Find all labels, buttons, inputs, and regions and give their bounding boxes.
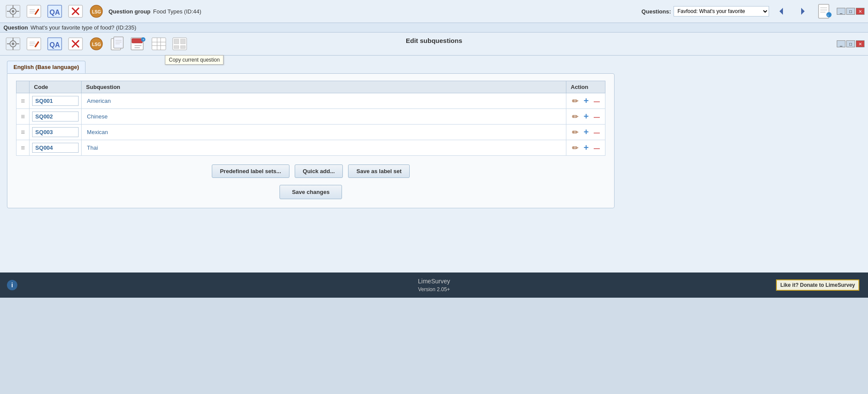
drag-cell-0[interactable]: ≡ (16, 93, 30, 109)
bottom-buttons: Predefined label sets... Quick add... Sa… (16, 164, 605, 178)
donate-box[interactable]: Like it? Donate to LimeSurvey (776, 279, 859, 291)
grid2-icon[interactable] (170, 34, 189, 53)
tab-english[interactable]: English (Base language) (7, 61, 85, 73)
svg-rect-62 (181, 39, 185, 44)
save-changes-button[interactable]: Save changes (279, 185, 342, 199)
close-btn[interactable]: ✕ (856, 8, 865, 15)
edit-row-0-icon[interactable]: ✏ (570, 95, 580, 107)
svg-text:LSG: LSG (92, 10, 101, 14)
code-cell-0 (30, 93, 82, 109)
grid-icon[interactable] (149, 34, 168, 53)
drag-handle-2[interactable]: ≡ (19, 128, 26, 136)
svg-text:LSG: LSG (92, 42, 101, 47)
minimize2-btn[interactable]: _ (837, 40, 845, 47)
qa-icon[interactable]: QA (45, 2, 64, 21)
question-bar: Question What's your favorite type of fo… (0, 23, 868, 33)
restore-btn[interactable]: □ (846, 8, 855, 15)
add-row-3-icon[interactable]: + (582, 142, 591, 154)
edit-row-2-icon[interactable]: ✏ (570, 127, 580, 138)
prev-question-icon[interactable] (772, 2, 791, 21)
question-group-left: QA LSG Question group Food Types (ID:44 (3, 2, 201, 21)
settings2-icon[interactable] (3, 34, 23, 53)
lsg-icon[interactable]: LSG (87, 2, 106, 21)
subq-input-1[interactable] (84, 112, 563, 121)
add-row-2-icon[interactable]: + (582, 126, 591, 138)
code-input-0[interactable] (32, 96, 79, 106)
toolbar2-row: QA LSG (0, 33, 868, 56)
delete-row-1-icon[interactable]: — (592, 113, 601, 121)
question-group-title: Food Types (ID:44) (153, 8, 201, 15)
question-text: What's your favorite type of food? (ID:2… (30, 24, 136, 31)
drag-cell-2[interactable]: ≡ (16, 125, 30, 140)
svg-point-24 (826, 12, 832, 17)
subq-cell-3 (82, 140, 566, 156)
drag-cell-1[interactable]: ≡ (16, 109, 30, 125)
th-code: Code (30, 81, 82, 93)
page-icon[interactable]: i (815, 2, 834, 21)
toolbar1-icons: QA LSG (3, 2, 106, 21)
drag-handle-0[interactable]: ≡ (19, 97, 26, 105)
drag-handle-1[interactable]: ≡ (19, 113, 26, 120)
code-input-3[interactable] (32, 143, 79, 153)
subq-input-3[interactable] (84, 143, 563, 152)
svg-text:QA: QA (49, 9, 60, 16)
copy-question-icon[interactable] (108, 34, 127, 53)
save-changes-row: Save changes (16, 185, 605, 199)
drag-cell-3[interactable]: ≡ (16, 140, 30, 156)
subq-input-0[interactable] (84, 96, 563, 105)
settings-icon[interactable] (3, 2, 23, 21)
table-row: ≡ ✏ + — (16, 140, 605, 156)
questions-select[interactable]: Favfood: What's your favorite (674, 6, 769, 16)
quick-add-button[interactable]: Quick add... (295, 164, 343, 178)
edit-row-1-icon[interactable]: ✏ (570, 111, 580, 122)
donate-text: Like it? Donate to LimeSurvey (780, 282, 855, 288)
th-action: Action (566, 81, 605, 93)
predefined-label-sets-button[interactable]: Predefined label sets... (212, 164, 289, 178)
code-input-1[interactable] (32, 112, 79, 121)
svg-text:QA: QA (49, 41, 60, 49)
delete-row-2-icon[interactable]: — (592, 128, 601, 137)
delete-icon[interactable] (66, 2, 85, 21)
info-icon[interactable]: i (7, 280, 17, 290)
edit-subquestions-heading: Edit subquestions (406, 37, 462, 44)
code-input-2[interactable] (32, 127, 79, 137)
question-group-label: Question group (108, 8, 151, 15)
delete-row-3-icon[interactable]: — (592, 144, 601, 153)
lsg2-icon[interactable]: LSG (87, 34, 106, 53)
edit-icon[interactable] (24, 2, 43, 21)
subq-input-2[interactable] (84, 128, 563, 137)
svg-rect-61 (174, 39, 179, 44)
code-cell-1 (30, 109, 82, 125)
svg-rect-45 (114, 37, 123, 48)
tab-bar: English (Base language) (7, 61, 861, 73)
main-content: English (Base language) Code Subquestion… (0, 56, 868, 273)
top-bar-right: Questions: Favfood: What's your favorite… (641, 2, 865, 21)
add-row-0-icon[interactable]: + (582, 95, 591, 107)
action-cell-1: ✏ + — (566, 109, 605, 125)
svg-text:i: i (828, 13, 829, 17)
edit2-icon[interactable] (24, 34, 43, 53)
question-group-bar: QA LSG Question group Food Types (ID:44 (0, 0, 868, 23)
delete2-icon[interactable] (66, 34, 85, 53)
add-row-1-icon[interactable]: + (582, 111, 591, 122)
edit-row-3-icon[interactable]: ✏ (570, 142, 580, 154)
toolbar2-icons: QA LSG (3, 34, 189, 53)
questions-label: Questions: (641, 8, 671, 15)
question-label: Question (3, 24, 28, 31)
code-cell-3 (30, 140, 82, 156)
code-cell-2 (30, 125, 82, 140)
table-row: ≡ ✏ + — (16, 109, 605, 125)
minimize-btn[interactable]: _ (837, 8, 845, 15)
th-subquestion: Subquestion (82, 81, 566, 93)
drag-handle-3[interactable]: ≡ (19, 144, 26, 151)
svg-marker-19 (801, 8, 805, 15)
svg-point-28 (12, 43, 14, 45)
delete-row-0-icon[interactable]: — (592, 97, 601, 106)
close2-btn[interactable]: ✕ (856, 40, 865, 47)
insert-icon[interactable]: + (128, 34, 148, 53)
restore2-btn[interactable]: □ (846, 40, 855, 47)
svg-rect-55 (152, 38, 166, 50)
qa2-icon[interactable]: QA (45, 34, 64, 53)
next-question-icon[interactable] (793, 2, 812, 21)
save-as-label-set-button[interactable]: Save as label set (348, 164, 410, 178)
